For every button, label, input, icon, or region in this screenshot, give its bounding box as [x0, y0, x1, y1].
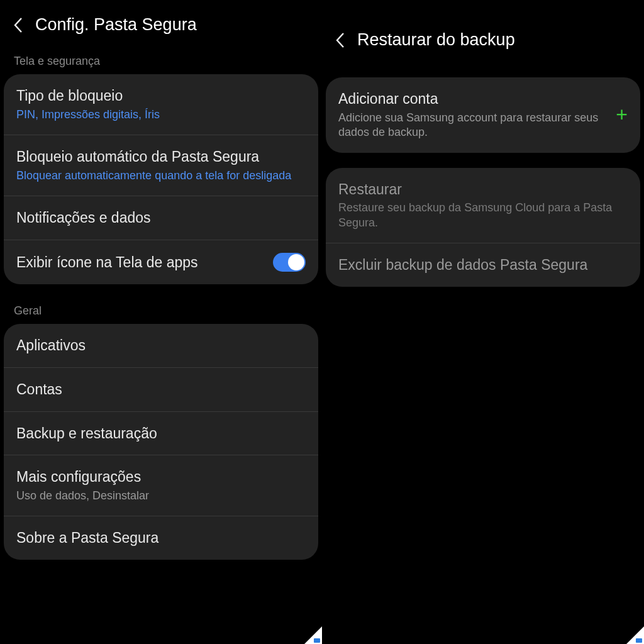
lock-type-row[interactable]: Tipo de bloqueio PIN, Impressões digitai… [4, 74, 318, 135]
add-account-title: Adicionar conta [338, 90, 608, 108]
auto-lock-title: Bloqueio automático da Pasta Segura [16, 148, 306, 166]
about-row[interactable]: Sobre a Pasta Segura [4, 516, 318, 560]
restore-title: Restaurar [338, 180, 628, 199]
auto-lock-row[interactable]: Bloqueio automático da Pasta Segura Bloq… [4, 135, 318, 196]
add-account-sub: Adicione sua Samsung account para restau… [338, 111, 608, 140]
restore-screen: Restaurar do backup Adicionar conta Adic… [322, 0, 644, 644]
accounts-title: Contas [16, 380, 306, 399]
lock-type-sub: PIN, Impressões digitais, Íris [16, 108, 306, 122]
settings-screen: Config. Pasta Segura Tela e segurança Ti… [0, 0, 322, 644]
backup-restore-title: Backup e restauração [16, 425, 306, 443]
back-icon[interactable] [335, 31, 346, 49]
restore-sub: Restaure seu backup da Samsung Cloud par… [338, 201, 628, 230]
notifications-title: Notificações e dados [16, 209, 306, 227]
corner-badge-icon [314, 638, 320, 643]
corner-badge-icon [636, 638, 642, 643]
show-icon-title: Exibir ícone na Tela de apps [16, 253, 265, 272]
header: Restaurar do backup [322, 0, 644, 62]
restore-row[interactable]: Restaurar Restaure seu backup da Samsung… [326, 168, 640, 244]
show-icon-toggle[interactable] [273, 253, 306, 272]
page-title: Restaurar do backup [357, 30, 515, 50]
add-account-row[interactable]: Adicionar conta Adicione sua Samsung acc… [326, 77, 640, 153]
about-title: Sobre a Pasta Segura [16, 529, 306, 547]
backup-restore-row[interactable]: Backup e restauração [4, 412, 318, 456]
more-title: Mais configurações [16, 468, 306, 486]
header: Config. Pasta Segura [0, 0, 322, 47]
apps-title: Aplicativos [16, 336, 306, 355]
delete-backup-row[interactable]: Excluir backup de dados Pasta Segura [326, 243, 640, 287]
lock-type-title: Tipo de bloqueio [16, 87, 306, 105]
accounts-row[interactable]: Contas [4, 368, 318, 412]
security-card: Tipo de bloqueio PIN, Impressões digitai… [4, 74, 318, 284]
show-icon-row[interactable]: Exibir ícone na Tela de apps [4, 240, 318, 284]
section-label-security: Tela e segurança [0, 47, 322, 74]
notifications-row[interactable]: Notificações e dados [4, 196, 318, 240]
back-icon[interactable] [13, 16, 24, 34]
more-sub: Uso de dados, Desinstalar [16, 489, 306, 503]
plus-icon[interactable]: + [616, 103, 628, 126]
apps-row[interactable]: Aplicativos [4, 324, 318, 368]
page-title: Config. Pasta Segura [35, 15, 197, 35]
add-account-card: Adicionar conta Adicione sua Samsung acc… [326, 77, 640, 153]
general-card: Aplicativos Contas Backup e restauração … [4, 324, 318, 560]
more-settings-row[interactable]: Mais configurações Uso de dados, Desinst… [4, 455, 318, 516]
section-label-general: Geral [0, 297, 322, 324]
delete-backup-title: Excluir backup de dados Pasta Segura [338, 256, 628, 274]
restore-card: Restaurar Restaure seu backup da Samsung… [326, 168, 640, 287]
auto-lock-sub: Bloquear automaticamente quando a tela f… [16, 169, 306, 183]
